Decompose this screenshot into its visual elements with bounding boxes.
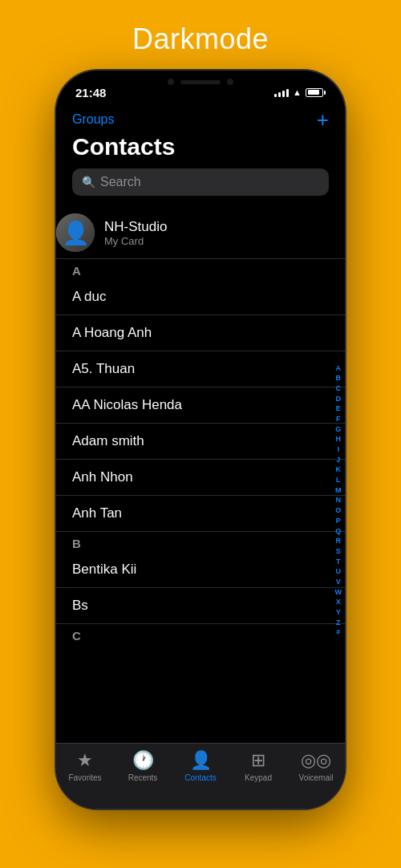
keypad-icon: ⊞ [251,750,265,771]
contact-item[interactable]: Anh Nhon [56,460,345,496]
tab-voicemail[interactable]: ◎◎ Voicemail [287,750,345,782]
my-card-subtitle: My Card [104,235,167,247]
tab-recents[interactable]: 🕐 Recents [114,750,172,782]
recents-icon: 🕐 [132,750,154,771]
alpha-v[interactable]: V [335,578,342,587]
contacts-heading: Contacts [72,133,329,160]
tab-recents-label: Recents [128,773,158,782]
section-header-a: A [56,259,345,279]
section-header-c: C [56,624,345,644]
status-time: 21:48 [75,86,106,99]
search-bar[interactable]: 🔍 Search [72,168,329,196]
contact-item[interactable]: Bs [56,588,345,624]
alpha-i[interactable]: I [335,445,342,455]
alpha-h[interactable]: H [335,436,342,445]
contacts-list[interactable]: A A duc A Hoang Anh A5. Thuan AA Nicolas… [56,259,345,743]
wifi-icon: ▲ [293,87,302,97]
alpha-f[interactable]: F [335,415,342,424]
section-header-b: B [56,532,345,552]
tab-voicemail-label: Voicemail [299,773,334,782]
alpha-t[interactable]: T [335,558,342,567]
signal-icon [274,87,289,97]
contact-item[interactable]: A duc [56,279,345,315]
avatar [56,213,95,252]
my-card-info: NH-Studio My Card [104,219,167,247]
search-input[interactable]: Search [100,175,141,189]
alpha-b[interactable]: B [335,374,342,383]
favorites-icon: ★ [77,750,93,771]
alpha-q[interactable]: Q [335,527,342,537]
contact-item[interactable]: Bentika Kii [56,552,345,588]
contacts-icon: 👤 [190,750,212,771]
alpha-c[interactable]: C [335,384,342,394]
alpha-z[interactable]: Z [335,619,342,628]
contact-item[interactable]: A Hoang Anh [56,315,345,351]
tab-favorites-label: Favorites [68,773,101,782]
my-card-name: NH-Studio [104,219,167,235]
page-title: Darkmode [132,22,269,56]
alpha-m[interactable]: M [335,486,342,496]
notch [148,71,253,93]
alpha-g[interactable]: G [335,425,342,435]
contact-item[interactable]: AA Nicolas Henda [56,387,345,424]
alpha-e[interactable]: E [335,404,342,414]
tab-bar: ★ Favorites 🕐 Recents 👤 Contacts ⊞ Keypa… [56,743,345,809]
alpha-d[interactable]: D [335,395,342,404]
phone-frame: 21:48 ▲ Groups + Contacts 🔍 Search [56,71,345,809]
alpha-j[interactable]: J [335,456,342,465]
contact-item[interactable]: A5. Thuan [56,351,345,387]
search-icon: 🔍 [82,176,95,189]
alpha-x[interactable]: X [335,598,342,608]
contact-item[interactable]: Anh Tan [56,496,345,532]
tab-favorites[interactable]: ★ Favorites [56,750,114,782]
alpha-s[interactable]: S [335,547,342,557]
notch-speaker [180,80,221,84]
alpha-a[interactable]: A [335,364,342,374]
alpha-p[interactable]: P [335,517,342,526]
avatar-image [56,213,95,252]
voicemail-icon: ◎◎ [301,750,331,771]
battery-icon [306,88,326,97]
tab-contacts-label: Contacts [184,773,216,782]
contact-adam-smith[interactable]: Adam smith [56,424,345,460]
header: Groups + Contacts 🔍 Search [56,106,345,207]
tab-keypad[interactable]: ⊞ Keypad [229,750,287,782]
groups-button[interactable]: Groups [72,112,114,127]
alphabet-index[interactable]: A B C D E F G H I J K L M N O P Q R S T [335,364,342,639]
tab-keypad-label: Keypad [245,773,272,782]
alpha-u[interactable]: U [335,567,342,577]
add-contact-button[interactable]: + [317,109,329,130]
alpha-n[interactable]: N [335,497,342,506]
status-icons: ▲ [274,87,326,97]
screen: Groups + Contacts 🔍 Search NH-Studio My … [56,106,345,809]
tab-contacts[interactable]: 👤 Contacts [172,750,229,782]
nav-row: Groups + [72,109,329,130]
alpha-l[interactable]: L [335,476,342,485]
alpha-y[interactable]: Y [335,608,342,618]
alpha-o[interactable]: O [335,506,342,516]
alpha-k[interactable]: K [335,466,342,476]
alpha-hash[interactable]: # [335,629,342,639]
notch-camera [168,79,174,85]
my-card[interactable]: NH-Studio My Card [56,207,345,259]
alpha-w[interactable]: W [335,588,342,598]
alpha-r[interactable]: R [335,537,342,546]
notch-sensor [227,79,233,85]
